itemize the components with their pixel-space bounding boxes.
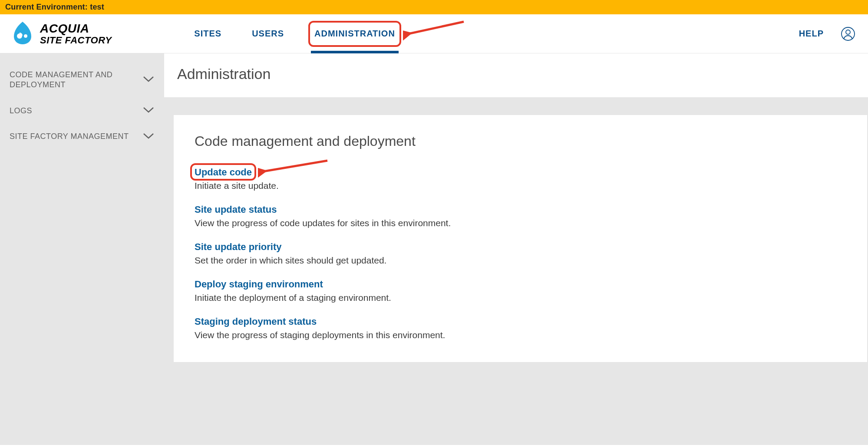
tab-label: USERS (252, 29, 284, 39)
brand-line1: ACQUIA (40, 23, 112, 35)
section-title: Code management and deployment (195, 133, 846, 149)
option-desc: Initiate a site update. (195, 181, 846, 191)
sidebar-item-label: SITE FACTORY MANAGEMENT (10, 132, 129, 142)
brand-line2: SITE FACTORY (40, 36, 112, 45)
main-content: Administration Code management and deplo… (164, 53, 868, 445)
tab-users[interactable]: USERS (252, 14, 284, 53)
page-title: Administration (177, 66, 855, 82)
sidebar-item-code-management[interactable]: CODE MANAGEMENT AND DEPLOYMENT (0, 62, 164, 98)
page-header: Administration (164, 53, 868, 98)
svg-point-3 (846, 30, 850, 34)
option-desc: Set the order in which sites should get … (195, 255, 846, 266)
sidebar: CODE MANAGEMENT AND DEPLOYMENT LOGS SITE… (0, 53, 164, 445)
option-site-update-status: Site update status View the progress of … (195, 204, 846, 228)
sidebar-item-label: LOGS (10, 106, 32, 116)
tab-administration[interactable]: ADMINISTRATION (314, 14, 395, 53)
svg-point-1 (24, 34, 27, 38)
chevron-down-icon (142, 132, 155, 142)
option-desc: Initiate the deployment of a staging env… (195, 293, 846, 303)
option-link[interactable]: Site update priority (195, 241, 281, 253)
user-avatar-icon[interactable] (841, 27, 855, 41)
help-link[interactable]: HELP (799, 29, 824, 39)
environment-label: Current Environment: test (5, 3, 104, 11)
option-desc: View the progress of staging deployments… (195, 330, 846, 340)
tab-sites[interactable]: SITES (194, 14, 221, 53)
sidebar-item-site-factory-management[interactable]: SITE FACTORY MANAGEMENT (0, 124, 164, 149)
option-link[interactable]: Deploy staging environment (195, 279, 323, 290)
option-link[interactable]: Update code (195, 167, 252, 178)
chevron-down-icon (142, 106, 155, 115)
brand-text: ACQUIA SITE FACTORY (40, 23, 112, 45)
svg-point-2 (842, 27, 855, 40)
option-update-code: Update code Initiate a site update. (195, 167, 846, 191)
top-nav: ACQUIA SITE FACTORY SITES USERS ADMINIST… (0, 14, 868, 53)
option-link[interactable]: Staging deployment status (195, 316, 317, 327)
tab-label: SITES (194, 29, 221, 39)
option-desc: View the progress of code updates for si… (195, 218, 846, 228)
content-card: Code management and deployment Update co… (174, 115, 867, 362)
option-staging-deployment-status: Staging deployment status View the progr… (195, 316, 846, 340)
nav-tabs: SITES USERS ADMINISTRATION (146, 14, 799, 53)
sidebar-item-logs[interactable]: LOGS (0, 98, 164, 124)
environment-banner: Current Environment: test (0, 0, 868, 14)
chevron-down-icon (142, 75, 155, 85)
option-site-update-priority: Site update priority Set the order in wh… (195, 241, 846, 266)
tab-label: ADMINISTRATION (314, 29, 395, 39)
option-deploy-staging: Deploy staging environment Initiate the … (195, 279, 846, 303)
nav-right: HELP (799, 27, 855, 41)
sidebar-item-label: CODE MANAGEMENT AND DEPLOYMENT (10, 70, 131, 90)
acquia-logo-icon (10, 21, 35, 47)
brand[interactable]: ACQUIA SITE FACTORY (10, 21, 112, 47)
option-link[interactable]: Site update status (195, 204, 277, 215)
